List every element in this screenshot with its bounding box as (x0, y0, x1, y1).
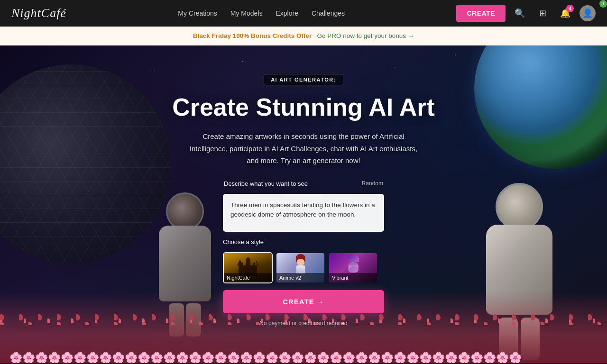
prompt-row-header: Describe what you want to see Random (223, 180, 384, 187)
main-create-button[interactable]: CREATE → (223, 290, 384, 313)
avatar-icon: 👤 (582, 8, 593, 18)
avatar[interactable]: 👤 1 (579, 5, 596, 21)
hero-description: Create amazing artworks in seconds using… (185, 130, 422, 167)
nav-links: My Creations My Models Explore Challenge… (178, 9, 345, 17)
navbar-actions: CREATE 🔍 ⊞ 🔔 4 👤 1 (456, 5, 596, 22)
no-payment-text: No payment or credit card required (223, 320, 384, 327)
navbar: NightCafé My Creations My Models Explore… (0, 0, 607, 27)
promo-banner: Black Friday 100% Bonus Credits Offer Go… (0, 27, 607, 46)
grid-icon: ⊞ (539, 8, 546, 18)
nav-challenges[interactable]: Challenges (312, 9, 345, 17)
logo[interactable]: NightCafé (11, 6, 66, 20)
notification-badge: 4 (566, 5, 574, 12)
style-nightcafe[interactable]: NightCafe (223, 252, 273, 283)
style-options: NightCafe Anime v2 (223, 252, 384, 283)
style-anime[interactable]: Anime v2 (276, 252, 325, 283)
notification-button[interactable]: 🔔 4 (557, 5, 574, 22)
nav-explore[interactable]: Explore (276, 9, 298, 17)
random-button[interactable]: Random (362, 180, 383, 187)
style-anime-label: Anime v2 (276, 273, 324, 282)
hero-section: 🌸🌸🌸🌸🌸🌸🌸🌸🌸🌸🌸🌸🌸🌸🌸🌸🌸🌸🌸🌸🌸🌸🌸🌸🌸🌸🌸🌸🌸🌸🌸🌸🌸🌸🌸🌸🌸🌸🌸🌸… (0, 46, 607, 363)
hero-title: Create Stunning AI Art (172, 94, 435, 121)
style-nightcafe-label: NightCafe (224, 273, 272, 282)
prompt-label: Describe what you want to see (224, 180, 308, 187)
create-button-label: CREATE → (283, 298, 324, 306)
nav-my-models[interactable]: My Models (230, 9, 263, 17)
ai-tag: AI ART GENERATOR: (264, 74, 343, 85)
style-vibrant[interactable]: Vibrant (328, 252, 378, 283)
style-label: Choose a style (223, 238, 384, 246)
banner-text: Black Friday 100% Bonus Credits Offer (193, 32, 312, 39)
search-icon: 🔍 (515, 8, 525, 18)
banner-link[interactable]: Go PRO now to get your bonus → (317, 32, 414, 39)
nav-my-creations[interactable]: My Creations (178, 9, 217, 17)
search-button[interactable]: 🔍 (511, 5, 528, 22)
prompt-input[interactable]: Three men in spacesuits tending to the f… (223, 194, 384, 232)
navbar-create-button[interactable]: CREATE (456, 5, 506, 22)
style-vibrant-label: Vibrant (329, 273, 377, 282)
create-form: Describe what you want to see Random Thr… (223, 180, 384, 327)
hero-content: AI ART GENERATOR: Create Stunning AI Art… (0, 46, 607, 327)
grid-button[interactable]: ⊞ (534, 5, 551, 22)
